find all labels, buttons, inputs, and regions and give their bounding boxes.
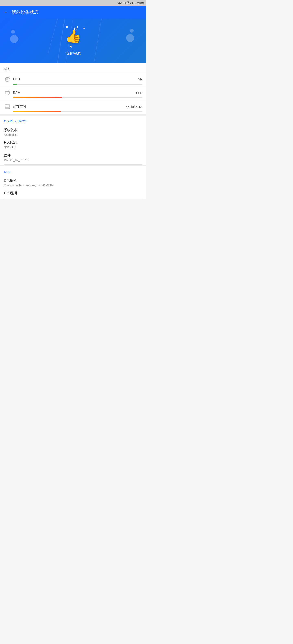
svg-rect-5 — [128, 2, 129, 4]
hero-thumbs-container: ★ ★ ★ 👍 — [61, 24, 86, 48]
status-heading: 状态 — [0, 64, 147, 73]
cpu-value: 3% — [138, 78, 142, 81]
wifi-icon — [134, 2, 137, 4]
svg-rect-6 — [130, 3, 131, 4]
page-title: 我的设备状态 — [12, 9, 39, 15]
svg-rect-32 — [6, 92, 6, 94]
storage-progress-bar — [13, 111, 142, 112]
system-version-item: 系统版本 Android 11 — [4, 125, 142, 137]
svg-line-2 — [124, 2, 124, 2]
4g-label: 4G — [137, 2, 140, 4]
cpu-group: CPU CPU硬件 Qualcomm Technologies, Inc MSM… — [4, 166, 142, 199]
cpu-hardware-value: Qualcomm Technologies, Inc MSM8994 — [4, 184, 142, 187]
svg-rect-33 — [7, 92, 7, 94]
ram-label: RAM — [13, 91, 133, 95]
ram-progress-bar — [13, 97, 142, 98]
cpu-hardware-label: CPU硬件 — [4, 179, 142, 183]
svg-rect-18 — [6, 78, 8, 80]
svg-rect-8 — [132, 2, 132, 4]
star-1: ★ — [65, 24, 69, 29]
root-status-value: 未Rooted — [4, 146, 142, 149]
cpu-chip-icon — [5, 76, 10, 82]
divider-2 — [0, 165, 147, 166]
cpu-model-label: CPU型号 — [4, 191, 142, 195]
ram-progress-fill — [13, 97, 62, 98]
storage-icon — [5, 104, 10, 109]
thumbs-up-icon: 👍 — [65, 30, 81, 43]
back-button[interactable]: ← — [4, 10, 9, 15]
svg-rect-9 — [132, 2, 133, 4]
svg-point-48 — [9, 106, 9, 107]
svg-point-10 — [135, 4, 135, 4]
root-status-item: Root状态 未Rooted — [4, 137, 142, 150]
cpu-hardware-item: CPU硬件 Qualcomm Technologies, Inc MSM8994 — [4, 176, 142, 188]
cpu-model-item: CPU型号 — [4, 188, 142, 197]
battery-icon — [140, 2, 144, 4]
hero-content: ★ ★ ★ 👍 优化完成 — [61, 24, 86, 56]
storage-status-item: 储存空间 %1$s/%2$s — [0, 100, 147, 114]
cpu-progress-fill — [13, 84, 17, 84]
system-version-label: 系统版本 — [4, 128, 142, 132]
firmware-item: 固件 IN2020_15_210701 — [4, 150, 142, 162]
svg-line-3 — [126, 2, 126, 2]
cpu-label: CPU — [13, 78, 136, 81]
firmware-value: IN2020_15_210701 — [4, 158, 142, 162]
divider-1 — [0, 114, 147, 116]
ram-icon-container — [4, 90, 11, 96]
cpu-info-section: CPU CPU硬件 Qualcomm Technologies, Inc MSM… — [0, 166, 147, 199]
svg-point-49 — [9, 108, 9, 108]
star-2: ★ — [83, 26, 86, 30]
status-icons: 4G — [123, 2, 144, 4]
ram-item-row: RAM CPU — [4, 90, 142, 96]
svg-line-16 — [94, 19, 102, 64]
optimization-text: 优化完成 — [66, 51, 81, 56]
sparkle-2 — [76, 28, 77, 30]
device-group-title: OnePlus IN2020 — [4, 116, 142, 125]
storage-progress-fill — [13, 111, 61, 112]
storage-value: %1$s/%2$s — [126, 105, 142, 108]
main-content: 状态 — [0, 64, 147, 199]
svg-rect-12 — [144, 2, 144, 3]
cpu-icon-container — [4, 76, 11, 82]
cpu-item-row: CPU 3% — [4, 76, 142, 82]
svg-rect-7 — [131, 3, 131, 4]
firmware-label: 固件 — [4, 153, 142, 158]
status-time: 2:34 — [118, 2, 122, 4]
svg-point-47 — [9, 105, 9, 106]
cpu-group-title: CPU — [4, 166, 142, 176]
sparkle-3 — [77, 26, 78, 29]
star-3: ★ — [69, 44, 72, 48]
storage-label: 储存空间 — [13, 104, 124, 109]
storage-icon-container — [4, 103, 11, 110]
hero-banner: ★ ★ ★ 👍 优化完成 — [0, 19, 147, 64]
device-group: OnePlus IN2020 系统版本 Android 11 Root状态 未R… — [4, 116, 142, 165]
cpu-status-item: CPU 3% — [0, 73, 147, 87]
alarm-icon — [123, 2, 126, 4]
storage-item-row: 储存空间 %1$s/%2$s — [4, 103, 142, 110]
root-status-label: Root状态 — [4, 140, 142, 145]
ram-chip-icon — [5, 90, 10, 96]
ram-value: CPU — [136, 91, 142, 95]
toolbar: ← 我的设备状态 — [0, 6, 147, 19]
svg-rect-34 — [8, 92, 8, 94]
svg-rect-35 — [9, 92, 9, 94]
signal-icon — [130, 2, 133, 4]
status-section: 状态 — [0, 64, 147, 114]
svg-rect-13 — [141, 2, 143, 4]
status-bar: 2:34 4G — [0, 0, 147, 6]
sim-icon — [127, 2, 130, 4]
ram-status-item: RAM CPU — [0, 87, 147, 100]
cpu-progress-bar — [13, 84, 142, 84]
device-info-section: OnePlus IN2020 系统版本 Android 11 Root状态 未R… — [0, 116, 147, 165]
system-version-value: Android 11 — [4, 133, 142, 136]
